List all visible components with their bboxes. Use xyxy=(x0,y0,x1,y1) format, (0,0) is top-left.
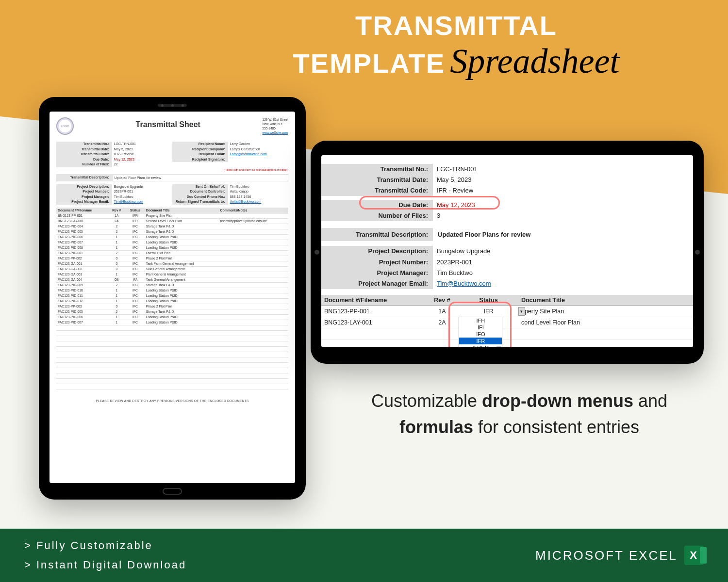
table-row: FAC123-PID-0071IFCLoading Station P&ID xyxy=(56,320,288,325)
company-address: 129 W. 81st Street New York, N.Y. 555-34… xyxy=(263,117,288,135)
table-row xyxy=(56,336,288,341)
table-row: FAC123-GA-0010IFCTank Farm General Arran… xyxy=(56,261,288,266)
dropdown-option[interactable]: IFR xyxy=(459,338,502,344)
excel-icon: X xyxy=(684,546,704,565)
table-row xyxy=(56,352,288,357)
email-link[interactable]: Larry@construction.com xyxy=(228,152,288,157)
footer-brand: MICROSOFT EXCEL X xyxy=(535,546,704,565)
dropdown-option[interactable]: IFREG xyxy=(459,344,502,347)
home-button-icon xyxy=(163,488,182,495)
logo-placeholder: LOGO xyxy=(56,117,74,135)
table-row: BNG123-LAY-0012AIFRSecond Level Floor Pl… xyxy=(56,218,288,224)
table-row: FAC123-PID-0092IFCStorage Tank P&ID xyxy=(56,282,288,288)
dropdown-option[interactable]: IFI xyxy=(459,324,502,331)
table-row xyxy=(56,325,288,330)
table-row: FAC123-PID-0121IFCLoading Station P&ID xyxy=(56,298,288,304)
headline: TRANSMITTAL TEMPLATESpreadsheet xyxy=(204,10,709,81)
table-row: FAC123-PID-0012IFCOverall Plot Plan xyxy=(56,250,288,256)
email-link[interactable]: Anita@Bucktwo.com xyxy=(228,199,288,205)
table-row: FAC123-GA-0040BIFATank General Arrangeme… xyxy=(56,277,288,282)
sheet-title: Transmittal Sheet xyxy=(79,117,258,129)
table-row: FAC123-PID-0052IFCStorage Tank P&ID xyxy=(56,309,288,314)
tablet-camera xyxy=(158,104,187,107)
email-link[interactable]: Tim@Bucktwo.com xyxy=(112,199,172,205)
table-row xyxy=(56,341,288,346)
table-row: FAC123-PP-0020IFCPhase 2 Plot Plan xyxy=(56,256,288,261)
table-row: FAC123-PID-0061IFCLoading Station P&ID xyxy=(56,234,288,240)
transmittal-sheet: LOGO Transmittal Sheet 129 W. 81st Stree… xyxy=(50,112,295,408)
email-link[interactable]: Tim@Bucktwo.com xyxy=(433,278,693,289)
table-row: FAC123-GA-0031IFCPlant General Arrangeme… xyxy=(56,272,288,277)
document-table: Document #/FilenameRev #StatusDocument T… xyxy=(56,208,288,389)
table-row xyxy=(56,368,288,373)
table-row xyxy=(56,362,288,368)
table-row xyxy=(56,373,288,378)
dropdown-option[interactable]: IFO xyxy=(459,331,502,338)
dropdown-option[interactable]: IFH xyxy=(459,317,502,324)
footer-features: > Fully Customizable > Instant Digital D… xyxy=(24,536,186,574)
table-row xyxy=(56,330,288,336)
transmittal-description: Transmittal Description: Updated Floor P… xyxy=(56,174,288,181)
tablet-right: Transmittal No.:LGC-TRN-001Transmittal D… xyxy=(311,141,704,364)
callout-text: Customizable drop-down menus and formula… xyxy=(340,388,699,440)
transmittal-detail: Transmittal No.:LGC-TRN-001Transmittal D… xyxy=(321,155,693,347)
side-button-icon xyxy=(314,250,319,255)
signature-note: (Please sign and return as acknowledgmen… xyxy=(56,168,288,171)
table-row: FAC123-PID-0071IFCLoading Station P&ID xyxy=(56,240,288,245)
table-row xyxy=(56,346,288,352)
table-row: FAC123-PID-0061IFCLoading Station P&ID xyxy=(56,314,288,320)
scrollbar-thumb[interactable] xyxy=(496,346,501,347)
table-row: FAC123-PID-0111IFCLoading Station P&ID xyxy=(56,293,288,298)
table-row: FAC123-PID-0052IFCStorage Tank P&ID xyxy=(56,229,288,234)
table-row xyxy=(56,378,288,384)
headline-line2: TEMPLATE xyxy=(293,48,446,79)
table-row: FAC123-PP-0030IFCPhase 2 Plot Plan xyxy=(56,304,288,309)
headline-script: Spreadsheet xyxy=(450,41,619,81)
table-row: FAC123-PID-0101IFCLoading Station P&ID xyxy=(56,288,288,293)
table-row: FAC123-PID-0081IFCLoading Station P&ID xyxy=(56,245,288,250)
sheet-footer: PLEASE REVIEW AND DESTROY ANY PREVIOUS V… xyxy=(56,399,288,403)
chevron-down-icon[interactable]: ▾ xyxy=(518,307,525,316)
dropdown-menu[interactable]: IFHIFIIFOIFRIFREGIFUIFVREC xyxy=(459,317,502,347)
tablet-left: LOGO Transmittal Sheet 129 W. 81st Stree… xyxy=(39,97,306,500)
table-row xyxy=(56,384,288,389)
table-row xyxy=(56,357,288,362)
website-link[interactable]: www.weSsite.com xyxy=(263,130,288,135)
transmittal-description: Transmittal Description: Updated Floor P… xyxy=(321,228,693,241)
table-row: FAC123-PID-0042IFCStorage Tank P&ID xyxy=(56,224,288,229)
side-button-icon xyxy=(695,250,700,255)
table-row: BNG123-PP-0011AIFRProperty Site Plan xyxy=(56,213,288,218)
headline-line1: TRANSMITTAL xyxy=(204,10,709,41)
highlight-due-date xyxy=(359,196,500,210)
footer-bar: > Fully Customizable > Instant Digital D… xyxy=(0,529,728,582)
table-row: FAC123-GA-0020IFCSkid General Arrangemen… xyxy=(56,266,288,272)
